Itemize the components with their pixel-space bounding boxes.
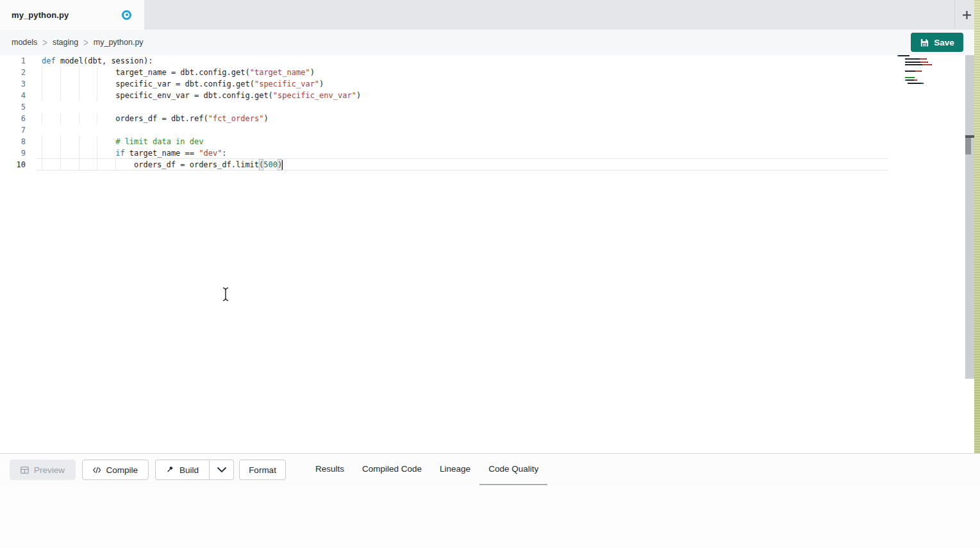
indent-guides [42, 113, 115, 124]
line-number: 1 [0, 55, 26, 67]
minimap-line [897, 71, 942, 72]
code-token: ) [310, 67, 315, 78]
indent-guides [42, 159, 134, 170]
new-tab-button[interactable] [957, 5, 976, 24]
code-token: specific_env_var = dbt.config.get( [115, 90, 273, 101]
code-line-9[interactable]: 9if target_name == "dev": [0, 147, 897, 159]
text-caret [282, 160, 283, 170]
minimap-line [897, 83, 942, 84]
code-line-4[interactable]: 4specific_env_var = dbt.config.get("spec… [0, 90, 897, 101]
code-line-5[interactable]: 5 [0, 101, 897, 113]
chevron-down-icon [217, 467, 226, 472]
code-quality-panel [0, 485, 980, 548]
code-token: target_name == [125, 147, 199, 159]
save-button[interactable]: Save [911, 33, 963, 52]
code-line-2[interactable]: 2target_name = dbt.config.get("target_na… [0, 67, 897, 78]
minimap-line [897, 58, 942, 60]
breadcrumb-item-models[interactable]: models [12, 38, 37, 47]
line-number: 5 [0, 101, 26, 113]
line-number: 6 [0, 113, 26, 124]
code-line-10[interactable]: 10orders_df = orders_df.limit(500) [0, 159, 897, 170]
breadcrumb-item-file[interactable]: my_python.py [94, 38, 144, 47]
minimap-line [897, 55, 942, 56]
breadcrumb-item-staging[interactable]: staging [53, 38, 78, 47]
code-line-7[interactable]: 7 [0, 124, 897, 136]
code-token: # limit data in dev [115, 136, 203, 147]
code-token: ) [263, 113, 268, 124]
line-number: 7 [0, 124, 26, 136]
minimap-line [897, 77, 942, 78]
line-number: 4 [0, 90, 26, 101]
minimap-line [897, 62, 942, 63]
code-token: orders_df = orders_df.limit [134, 159, 259, 170]
code-token: ) [356, 90, 361, 101]
line-number: 10 [0, 159, 26, 170]
panel-tab-results[interactable]: Results [306, 454, 353, 486]
panel-tab-compiled-code[interactable]: Compiled Code [353, 454, 431, 486]
build-button[interactable]: Build [155, 460, 210, 480]
code-token: "fct_orders" [208, 113, 264, 124]
plus-icon [961, 10, 972, 21]
code-lines: 1def model(dbt, session):2target_name = … [0, 55, 897, 170]
panel-tab-lineage[interactable]: Lineage [431, 454, 479, 486]
code-token: ( [259, 159, 263, 170]
code-icon [93, 467, 101, 474]
bottom-toolbar: Preview Compile Build [0, 453, 980, 485]
code-token: if [115, 147, 124, 159]
table-icon [21, 466, 29, 474]
code-line-1[interactable]: 1def model(dbt, session): [0, 55, 897, 67]
line-number: 3 [0, 78, 26, 90]
panel-tab-code-quality[interactable]: Code Quality [479, 454, 547, 486]
code-token: def [42, 55, 56, 67]
line-number: 9 [0, 147, 26, 159]
code-line-8[interactable]: 8# limit data in dev [0, 136, 897, 147]
panel-tabs: ResultsCompiled CodeLineageCode Quality [306, 454, 547, 486]
minimap-line [897, 79, 942, 81]
build-options-button[interactable] [210, 460, 234, 480]
code-token: "specific_env_var" [273, 90, 356, 101]
ibeam-mouse-cursor [221, 286, 230, 304]
code-editor[interactable]: 1def model(dbt, session):2target_name = … [0, 55, 974, 451]
scrollbar-thumb[interactable] [965, 138, 971, 154]
save-floppy-icon [920, 38, 929, 47]
hammer-icon [166, 465, 174, 475]
code-token: ) [319, 78, 324, 90]
editor-tab-bar: my_python.py [0, 0, 980, 29]
breadcrumb: models > staging > my_python.py [0, 29, 980, 55]
code-token: specific_var = dbt.config.get( [115, 78, 254, 90]
chevron-right-icon: > [42, 37, 47, 49]
preview-button[interactable]: Preview [10, 460, 76, 480]
save-button-label: Save [934, 38, 954, 47]
code-token: model(dbt, session): [56, 55, 153, 67]
line-number: 8 [0, 136, 26, 147]
indent-guides [42, 90, 115, 101]
compile-button[interactable]: Compile [82, 460, 149, 480]
build-split-button: Build [155, 460, 234, 480]
code-token: target_name = dbt.config.get( [115, 67, 250, 78]
code-token: orders_df = dbt.ref( [115, 113, 208, 124]
line-number: 2 [0, 67, 26, 78]
format-button[interactable]: Format [239, 460, 286, 480]
dbt-ide-window: my_python.py models > staging > my_pytho… [0, 0, 980, 548]
code-token: "dev" [199, 147, 222, 159]
code-line-6[interactable]: 6orders_df = dbt.ref("fct_orders") [0, 113, 897, 124]
code-token: "specific_var" [254, 78, 319, 90]
minimap-line [897, 64, 942, 65]
editor-minimap[interactable] [897, 55, 942, 94]
code-token: : [222, 147, 226, 159]
editor-scrollbar[interactable] [965, 55, 974, 379]
code-token: ) [278, 159, 282, 170]
unsaved-changes-icon[interactable] [122, 10, 131, 20]
indent-guides [42, 136, 115, 147]
minimap-line [897, 74, 942, 75]
file-tab-my-python[interactable]: my_python.py [0, 0, 144, 29]
code-line-3[interactable]: 3specific_var = dbt.config.get("specific… [0, 78, 897, 90]
minimap-line [897, 67, 942, 69]
code-token: "target_name" [250, 67, 310, 78]
build-button-label: Build [179, 465, 199, 475]
format-button-label: Format [249, 465, 276, 475]
compile-button-label: Compile [106, 465, 138, 475]
file-tab-title: my_python.py [12, 10, 69, 20]
chevron-right-icon: > [83, 37, 88, 49]
indent-guides [42, 67, 115, 78]
